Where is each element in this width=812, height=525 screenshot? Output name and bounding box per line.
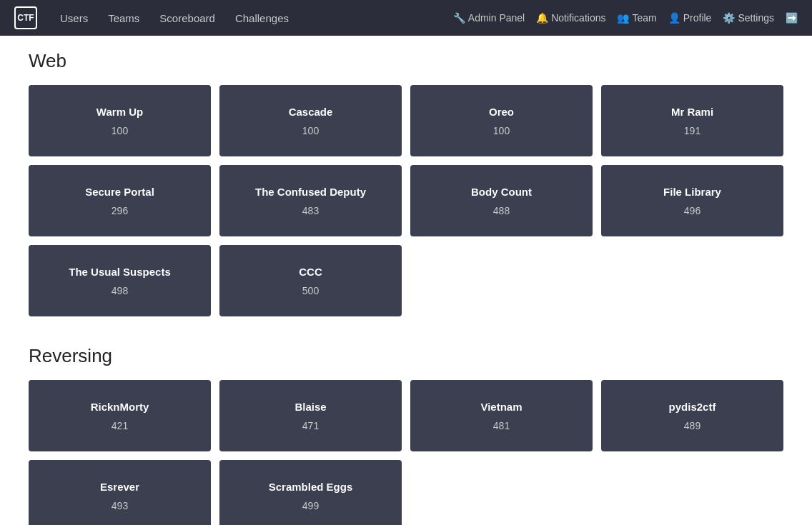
nav-right: 🔧 Admin Panel 🔔 Notifications 👥 Team 👤 P… [453, 12, 798, 24]
challenge-score: 493 [112, 500, 128, 511]
challenge-name: Scrambled Eggs [269, 481, 353, 493]
challenge-grid-web: Warm Up100Cascade100Oreo100Mr Rami191Sec… [29, 85, 783, 316]
wrench-icon: 🔧 [453, 12, 465, 24]
challenge-score: 498 [112, 285, 128, 296]
challenge-card-the-usual-suspects[interactable]: The Usual Suspects498 [29, 245, 211, 316]
challenge-card-warm-up[interactable]: Warm Up100 [29, 85, 211, 156]
challenge-name: Blaise [294, 401, 326, 413]
challenge-card-esrever[interactable]: Esrever493 [29, 460, 211, 525]
challenge-empty-cell [410, 245, 593, 316]
challenge-name: CCC [299, 266, 322, 278]
challenge-name: Cascade [289, 106, 333, 118]
challenge-card-scrambled-eggs[interactable]: Scrambled Eggs499 [219, 460, 402, 525]
challenge-empty-cell [601, 460, 783, 525]
challenge-name: Warm Up [96, 106, 143, 118]
nav-links: Users Teams Scoreboard Challenges [51, 8, 453, 29]
challenge-score: 100 [112, 125, 128, 136]
challenge-name: pydis2ctf [669, 401, 716, 413]
bell-icon: 🔔 [536, 12, 548, 24]
nav-teams[interactable]: Teams [99, 8, 148, 29]
challenge-name: The Confused Deputy [255, 186, 366, 198]
logo-icon: CTF [14, 6, 37, 29]
challenge-card-oreo[interactable]: Oreo100 [410, 85, 593, 156]
challenge-score: 100 [302, 125, 319, 136]
challenge-score: 496 [684, 205, 700, 216]
challenge-score: 488 [493, 205, 510, 216]
team-link[interactable]: 👥 Team [617, 12, 656, 24]
challenge-score: 191 [684, 125, 700, 136]
challenge-score: 421 [112, 420, 128, 431]
challenge-card-secure-portal[interactable]: Secure Portal296 [29, 165, 211, 236]
challenge-score: 500 [302, 285, 319, 296]
challenge-score: 100 [493, 125, 510, 136]
admin-panel-link[interactable]: 🔧 Admin Panel [453, 12, 525, 24]
challenge-card-blaise[interactable]: Blaise471 [219, 380, 402, 451]
challenge-name: Secure Portal [85, 186, 154, 198]
profile-link[interactable]: 👤 Profile [668, 12, 712, 24]
challenge-name: Vietnam [480, 401, 522, 413]
challenge-score: 483 [302, 205, 319, 216]
challenge-score: 296 [112, 205, 128, 216]
settings-link[interactable]: ⚙️ Settings [723, 12, 774, 24]
challenge-score: 481 [493, 420, 510, 431]
nav-users[interactable]: Users [51, 8, 96, 29]
challenge-card-vietnam[interactable]: Vietnam481 [410, 380, 593, 451]
challenge-card-body-count[interactable]: Body Count488 [410, 165, 593, 236]
section-title-reversing: Reversing [29, 345, 783, 367]
challenge-score: 471 [302, 420, 319, 431]
person-icon: 👤 [668, 12, 680, 24]
challenge-empty-cell [410, 460, 593, 525]
gear-icon: ⚙️ [723, 12, 735, 24]
nav-challenges[interactable]: Challenges [227, 8, 297, 29]
challenge-grid-reversing: RicknMorty421Blaise471Vietnam481pydis2ct… [29, 380, 783, 525]
challenge-name: Oreo [489, 106, 514, 118]
people-icon: 👥 [617, 12, 629, 24]
main-content: WebWarm Up100Cascade100Oreo100Mr Rami191… [0, 36, 812, 525]
section-title-web: Web [29, 50, 783, 72]
challenge-score: 499 [302, 500, 319, 511]
challenge-name: The Usual Suspects [69, 266, 171, 278]
logout-icon: ➡️ [786, 12, 798, 24]
challenge-card-cascade[interactable]: Cascade100 [219, 85, 402, 156]
challenge-name: RicknMorty [91, 401, 149, 413]
challenge-empty-cell [601, 245, 783, 316]
logo: CTF [14, 6, 37, 29]
logout-link[interactable]: ➡️ [786, 12, 798, 24]
challenge-name: Mr Rami [671, 106, 713, 118]
challenge-name: File Library [663, 186, 721, 198]
challenge-card-pydis2ctf[interactable]: pydis2ctf489 [601, 380, 783, 451]
challenge-name: Esrever [100, 481, 139, 493]
challenge-name: Body Count [471, 186, 532, 198]
challenge-card-ricknmorty[interactable]: RicknMorty421 [29, 380, 211, 451]
challenge-score: 489 [684, 420, 700, 431]
navbar: CTF Users Teams Scoreboard Challenges 🔧 … [0, 0, 812, 36]
notifications-link[interactable]: 🔔 Notifications [536, 12, 605, 24]
challenge-card-file-library[interactable]: File Library496 [601, 165, 783, 236]
challenge-card-mr-rami[interactable]: Mr Rami191 [601, 85, 783, 156]
challenge-card-ccc[interactable]: CCC500 [219, 245, 402, 316]
challenge-card-the-confused-deputy[interactable]: The Confused Deputy483 [219, 165, 402, 236]
nav-scoreboard[interactable]: Scoreboard [151, 8, 224, 29]
